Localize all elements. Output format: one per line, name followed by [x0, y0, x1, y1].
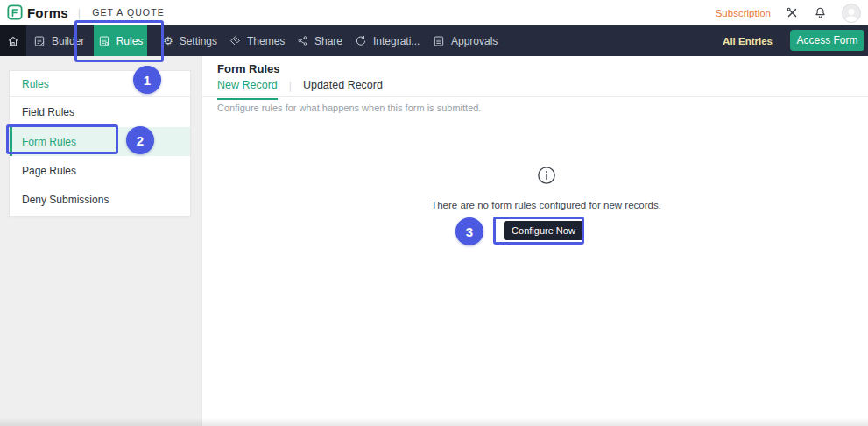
sidebar-item-field-rules[interactable]: Field Rules — [10, 97, 190, 127]
page-title: Form Rules — [217, 62, 280, 75]
all-entries-label: All Entries — [723, 36, 773, 46]
brand-name: Forms — [27, 5, 68, 20]
form-nav-bar: Builder Rules ⚙ Settings Themes Share — [0, 25, 868, 56]
app-window: Forms | GET A QUOTE Subscription — [0, 0, 868, 426]
themes-icon — [229, 35, 241, 47]
sidebar-header-rules: Rules — [10, 71, 190, 97]
tab-builder-label: Builder — [52, 35, 84, 47]
top-bar: Forms | GET A QUOTE Subscription — [0, 0, 868, 25]
tab-themes-label: Themes — [247, 35, 285, 47]
topbar-separator: | — [78, 6, 81, 19]
rules-icon — [98, 35, 110, 47]
share-icon — [297, 35, 308, 46]
tab-approvals-label: Approvals — [451, 35, 498, 47]
sidebar-item-form-rules[interactable]: Form Rules — [10, 127, 190, 156]
info-icon — [537, 166, 556, 188]
notifications-bell-icon[interactable] — [814, 6, 827, 19]
tab-approvals[interactable]: Approvals — [433, 25, 498, 56]
tab-rules-label: Rules — [116, 35, 144, 47]
tab-settings[interactable]: ⚙ Settings — [163, 25, 217, 56]
forms-logo-icon — [7, 4, 23, 20]
left-pane: Rules Field Rules Form Rules Page Rules … — [0, 56, 201, 426]
tab-share-label: Share — [314, 35, 342, 47]
approvals-icon — [433, 35, 445, 47]
form-title[interactable]: GET A QUOTE — [92, 7, 165, 18]
tab-share[interactable]: Share — [297, 25, 342, 56]
tab-rules[interactable]: Rules — [94, 25, 147, 56]
tab-builder[interactable]: Builder — [33, 25, 84, 56]
all-entries-link[interactable]: All Entries — [723, 25, 773, 56]
empty-state-message: There are no form rules configured for n… — [202, 200, 868, 210]
rules-sidebar: Rules Field Rules Form Rules Page Rules … — [9, 70, 191, 217]
tabs-divider — [202, 96, 868, 97]
tab-updated-record[interactable]: Updated Record — [303, 79, 383, 98]
subscription-link[interactable]: Subscription — [716, 8, 771, 18]
tab-themes[interactable]: Themes — [229, 25, 285, 56]
empty-state: There are no form rules configured for n… — [202, 166, 868, 210]
sidebar-item-deny-submissions[interactable]: Deny Submissions — [10, 185, 190, 214]
settings-gear-icon: ⚙ — [163, 35, 173, 46]
tab-separator: | — [289, 80, 292, 92]
tab-settings-label: Settings — [180, 35, 217, 47]
builder-icon — [33, 35, 46, 47]
configure-now-button[interactable]: Configure Now — [504, 221, 583, 240]
rules-description: Configure rules for what happens when th… — [217, 103, 481, 113]
form-rules-panel: Form Rules New Record | Updated Record C… — [201, 56, 868, 426]
tab-integrations-label: Integrati... — [373, 35, 420, 47]
home-icon[interactable] — [0, 25, 26, 56]
access-form-button[interactable]: Access Form — [790, 30, 864, 51]
integrations-icon — [355, 35, 367, 47]
tab-integrations[interactable]: Integrati... — [355, 25, 420, 56]
sidebar-item-page-rules[interactable]: Page Rules — [10, 156, 190, 185]
user-avatar[interactable] — [842, 4, 861, 23]
tools-icon[interactable] — [786, 6, 799, 19]
